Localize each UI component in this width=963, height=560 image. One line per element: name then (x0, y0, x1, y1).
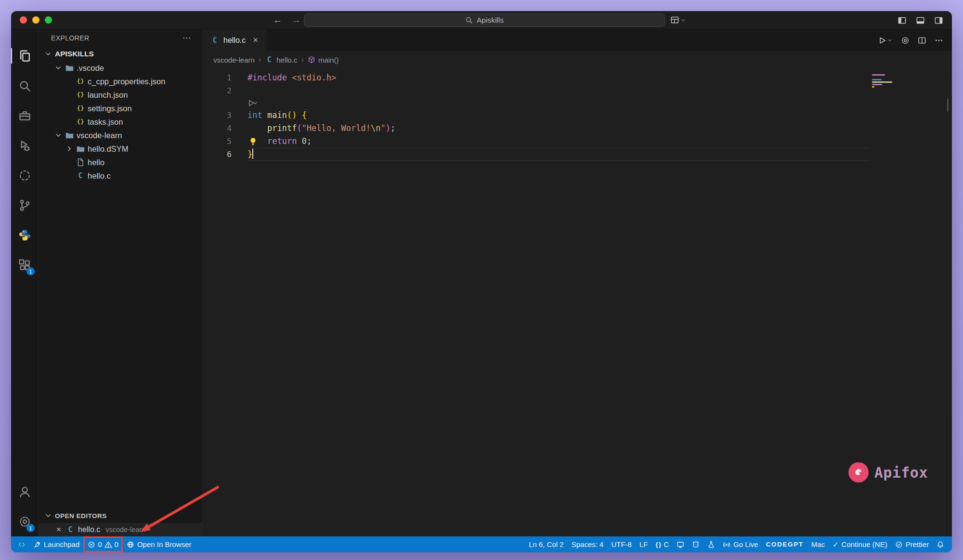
layout-icon (670, 15, 679, 25)
explorer-section-apiskills[interactable]: APISKILLS (39, 47, 202, 61)
toggle-panel-icon[interactable] (916, 16, 925, 25)
code-line: 6} (203, 148, 952, 161)
breadcrumb-vscode-learn[interactable]: vscode-learn (213, 56, 255, 64)
zoom-window-button[interactable] (45, 16, 52, 24)
tab-hello-c[interactable]: C hello.c × (203, 29, 266, 51)
line-number[interactable]: 5 (203, 135, 232, 148)
status-bar: Launchpad00Open In Browser Ln 6, Col 2Sp… (11, 536, 952, 552)
line-number[interactable]: 2 (203, 84, 232, 97)
tab-bar: C hello.c × (203, 29, 952, 51)
status-cursor-position[interactable]: Ln 6, Col 2 (525, 536, 568, 552)
activity-source-control[interactable] (11, 190, 38, 220)
line-number[interactable]: 1 (203, 71, 232, 84)
run-button[interactable] (878, 36, 893, 45)
status-language-mode[interactable]: { }C (651, 536, 673, 552)
tree-item--vscode[interactable]: .vscode (39, 61, 202, 75)
tree-item-tasks-json[interactable]: {}tasks.json (39, 115, 202, 129)
status-label: C (664, 540, 669, 548)
lightbulb-icon[interactable] (248, 137, 258, 146)
minimap[interactable] (872, 74, 894, 88)
activity-extensions[interactable]: 1 (11, 250, 38, 280)
activity-search[interactable] (11, 71, 38, 101)
activity-bar: 1 1 (11, 29, 39, 536)
code-lines: 1#include <stdio.h>23int main() {4 print… (203, 71, 952, 161)
search-icon (18, 79, 31, 92)
flask-icon (707, 541, 715, 548)
editor-settings-gear-icon[interactable] (901, 36, 910, 45)
tree-item-launch-json[interactable]: {}launch.json (39, 88, 202, 102)
status-open-in-browser[interactable]: Open In Browser (123, 536, 195, 552)
customize-layout-button[interactable] (670, 15, 686, 25)
explorer-header: EXPLORER ⋯ (39, 29, 202, 47)
close-editor-icon[interactable]: × (55, 525, 63, 534)
c-file-icon: C (265, 55, 273, 64)
tree-item-vscode-learn[interactable]: vscode-learn (39, 129, 202, 142)
status-testing[interactable] (703, 536, 719, 552)
more-actions-icon[interactable] (935, 36, 943, 45)
activity-python[interactable] (11, 220, 38, 250)
run-debug-codelens-icon[interactable] (247, 99, 258, 107)
breadcrumb-hello-c[interactable]: Chello.c (265, 55, 297, 64)
status-remote[interactable] (14, 536, 29, 552)
status-indentation[interactable]: Spaces: 4 (568, 536, 608, 552)
toggle-secondary-sidebar-icon[interactable] (934, 16, 943, 25)
scrollbar-thumb[interactable] (947, 98, 949, 112)
status-notifications[interactable] (933, 536, 948, 552)
status-codegpt[interactable]: CODEGPT (762, 536, 807, 552)
status-launchpad[interactable]: Launchpad (29, 536, 83, 552)
status-encoding[interactable]: UTF-8 (607, 536, 636, 552)
vscode-window: ← → Apiskills (11, 11, 952, 552)
split-editor-icon[interactable] (918, 36, 926, 45)
status-problems[interactable]: 00 (83, 536, 123, 552)
status-label: CODEGPT (766, 541, 804, 548)
activity-explorer[interactable] (11, 41, 38, 71)
status-go-live[interactable]: Go Live (719, 536, 762, 552)
status-monitor[interactable] (673, 536, 688, 552)
activity-run-debug[interactable] (11, 130, 38, 160)
desktop-background: ← → Apiskills (0, 0, 963, 560)
folder-icon (76, 144, 85, 153)
apifox-logo-icon (848, 462, 869, 482)
json-file-icon: {} (76, 91, 85, 99)
command-center-search[interactable]: Apiskills (304, 13, 665, 27)
minimize-window-button[interactable] (32, 16, 39, 24)
open-editors-header[interactable]: OPEN EDITORS (39, 508, 202, 523)
codelens-row[interactable] (203, 97, 952, 109)
tree-item-settings-json[interactable]: {}settings.json (39, 102, 202, 115)
status-mac[interactable]: Mac (807, 536, 829, 552)
status-continue[interactable]: ✓Continue (NE) (829, 536, 891, 552)
chevron-down-icon (680, 17, 686, 23)
close-tab-icon[interactable]: × (253, 35, 258, 45)
explorer-actions-icon[interactable]: ⋯ (182, 33, 192, 43)
chevron-right-icon (65, 145, 73, 153)
breadcrumb-main-[interactable]: main() (308, 56, 339, 64)
forward-button[interactable]: → (292, 15, 301, 26)
line-number[interactable]: 6 (203, 148, 232, 161)
activity-account[interactable] (11, 477, 38, 507)
breadcrumb-separator: › (259, 55, 261, 64)
code-editor[interactable]: 1#include <stdio.h>23int main() {4 print… (203, 68, 952, 536)
activity-settings[interactable]: 1 (11, 507, 38, 536)
json-file-icon: {} (76, 117, 85, 126)
back-button[interactable]: ← (273, 15, 282, 26)
close-window-button[interactable] (20, 16, 27, 24)
files-icon (18, 50, 31, 63)
toggle-primary-sidebar-icon[interactable] (898, 16, 907, 25)
tree-item-hello[interactable]: hello (39, 156, 202, 169)
settings-badge: 1 (26, 524, 35, 532)
open-editor-hello-c[interactable]: ×Chello.cvscode-learn (39, 523, 202, 536)
tree-item-hello-dsym[interactable]: hello.dSYM (39, 142, 202, 156)
line-number[interactable]: 3 (203, 109, 232, 122)
status-copilot[interactable] (688, 536, 703, 552)
tree-item-hello-c[interactable]: Chello.c (39, 169, 202, 182)
titlebar: ← → Apiskills (11, 11, 952, 29)
status-label: Mac (811, 540, 825, 548)
activity-liveshare[interactable] (11, 160, 38, 190)
line-number[interactable]: 4 (203, 122, 232, 135)
status-eol[interactable]: LF (636, 536, 652, 552)
warning-count: 0 (115, 540, 118, 548)
tree-item-c-cpp-properties-json[interactable]: {}c_cpp_properties.json (39, 75, 202, 88)
play-icon (878, 36, 886, 45)
activity-toolbox[interactable] (11, 101, 38, 130)
status-prettier[interactable]: Prettier (891, 536, 933, 552)
